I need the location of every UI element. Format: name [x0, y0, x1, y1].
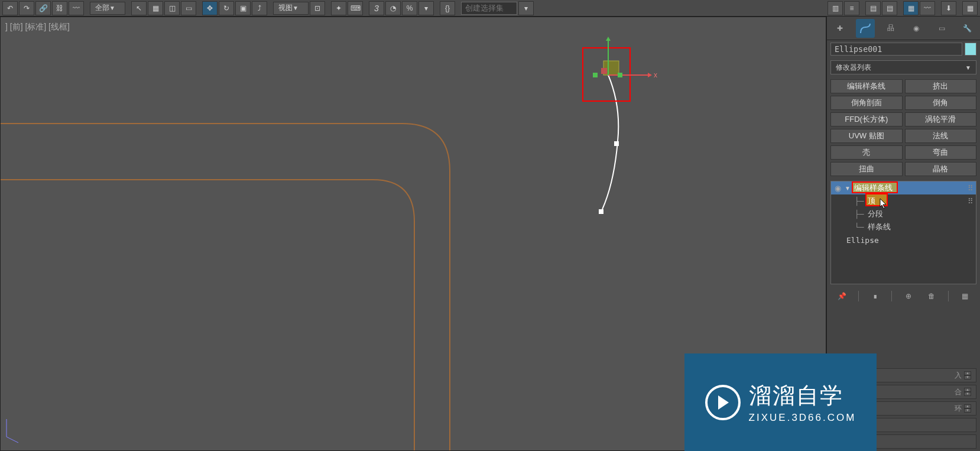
modifier-bevel-button[interactable]: 倒角 [905, 96, 977, 110]
stack-toolbar: 📌 ∎ ⊕ 🗑 ▦ [827, 287, 980, 306]
svg-marker-0 [648, 73, 652, 77]
create-tab[interactable]: ✚ [830, 19, 849, 38]
command-panel-tabs: ✚ 品 ◉ ▭ 🔧 [827, 17, 980, 40]
chevron-down-icon: ▼ [965, 64, 971, 71]
shape-inner [1, 180, 414, 450]
undo-button[interactable]: ↶ [2, 1, 18, 15]
manipulate-button[interactable]: ✦ [331, 1, 346, 15]
show-end-result-button[interactable]: ∎ [868, 289, 882, 303]
vertex-handle-right[interactable] [618, 73, 622, 77]
ref-coord-label: 视图 [278, 3, 293, 13]
world-axis-indicator [7, 419, 18, 443]
modifier-list-dropdown[interactable]: 修改器列表 ▼ [830, 60, 976, 74]
selection-filter-label: 全部 [95, 3, 109, 13]
vertex-selected[interactable] [601, 68, 607, 74]
align-button[interactable]: ≡ [844, 1, 859, 15]
unlink-button[interactable]: ⛓ [52, 1, 67, 15]
modifier-extrude-button[interactable]: 挤出 [905, 79, 977, 93]
modifier-ffd-button[interactable]: FFD(长方体) [830, 112, 903, 126]
modifier-shell-button[interactable]: 壳 [830, 145, 903, 160]
vertex-marker-2[interactable] [599, 209, 603, 214]
main-toolbar: ↶ ↷ 🔗 ⛓ 〰 全部 ▼ ↖ ▦ ◫ ▭ ✥ ↻ ▣ ⤴ 视图 ▼ ⊡ ✦ … [0, 0, 980, 17]
eye-icon: ◉ [835, 184, 841, 193]
vertex-handle-left[interactable] [593, 73, 598, 77]
percent-snap-button[interactable]: % [402, 1, 417, 15]
watermark-title: 溜溜自学 [749, 381, 856, 411]
svg-marker-4 [718, 395, 729, 410]
scene-explorer-button[interactable]: ▤ [865, 1, 881, 15]
render-setup-button[interactable]: ▦ [962, 1, 978, 15]
pivot-center-button[interactable]: ⊡ [310, 1, 325, 15]
play-icon [705, 385, 741, 420]
svg-marker-1 [606, 37, 611, 41]
snap-2d-button[interactable]: 3 [369, 1, 384, 15]
stack-sub-vertex[interactable]: ├─ 顶 ⠿ [831, 194, 976, 207]
selection-set-input[interactable] [461, 2, 517, 15]
toggle-ribbon-button[interactable]: ▦ [903, 1, 919, 15]
modifier-normal-button[interactable]: 法线 [905, 129, 977, 143]
bind-button[interactable]: 〰 [69, 1, 84, 15]
hierarchy-tab[interactable]: 品 [881, 19, 900, 38]
stack-options-icon[interactable]: ⠿ [968, 197, 973, 206]
expand-icon[interactable]: ▼ [845, 185, 851, 192]
curve-editor2-button[interactable]: 〰 [920, 1, 935, 15]
stack-options-icon[interactable]: ⠿ [968, 184, 973, 193]
ref-coord-dropdown[interactable]: 视图 ▼ [273, 2, 309, 15]
modifier-bend-button[interactable]: 弯曲 [905, 145, 977, 160]
stack-item-editspline[interactable]: ◉ ▼ 编辑样条线 ⠿ [831, 181, 976, 194]
stack-sub-segment[interactable]: ├─ 分段 [831, 207, 976, 220]
mirror-button[interactable]: ▥ [828, 1, 843, 15]
modifier-lattice-button[interactable]: 晶格 [905, 162, 977, 176]
material-editor-button[interactable]: ⬇ [941, 1, 956, 15]
utilities-tab[interactable]: 🔧 [958, 19, 976, 38]
curve-editor-button[interactable]: {} [440, 1, 455, 15]
modifier-bevel-profile-button[interactable]: 倒角剖面 [830, 96, 903, 110]
object-name-input[interactable] [830, 43, 962, 56]
modifier-buttons-grid: 编辑样条线 挤出 倒角剖面 倒角 FFD(长方体) 涡轮平滑 UVW 贴图 法线… [827, 77, 980, 179]
move-gizmo[interactable]: x [583, 37, 657, 101]
modifier-uvw-button[interactable]: UVW 贴图 [830, 129, 903, 143]
gizmo-x-label: x [654, 71, 657, 79]
select-move-button[interactable]: ✥ [202, 1, 218, 15]
remove-modifier-button[interactable]: 🗑 [924, 289, 939, 303]
shape-outer [1, 124, 450, 450]
spinner-snap-button[interactable]: ▾ [418, 1, 434, 15]
modifier-turbosmooth-button[interactable]: 涡轮平滑 [905, 112, 977, 126]
select-rotate-button[interactable]: ↻ [219, 1, 234, 15]
select-region-button[interactable]: ◫ [164, 1, 180, 15]
stack-sub-spline[interactable]: └─ 样条线 [831, 220, 976, 233]
select-scale-button[interactable]: ▣ [235, 1, 251, 15]
modifier-list-label: 修改器列表 [836, 63, 871, 73]
modifier-stack: ◉ ▼ 编辑样条线 ⠿ ├─ 顶 ⠿ ├─ 分段 [830, 181, 976, 284]
layer-explorer-button[interactable]: ▤ [882, 1, 897, 15]
make-unique-button[interactable]: ⊕ [901, 289, 916, 303]
select-place-button[interactable]: ⤴ [252, 1, 267, 15]
angle-snap-button[interactable]: ◔ [385, 1, 401, 15]
watermark-url: ZIXUE.3D66.COM [749, 412, 856, 424]
motion-tab[interactable]: ◉ [907, 19, 926, 38]
vertex-marker-1[interactable] [614, 141, 619, 146]
pin-stack-button[interactable]: 📌 [835, 289, 849, 303]
keyboard-shortcuts-button[interactable]: ⌨ [348, 1, 363, 15]
watermark-overlay: 溜溜自学 ZIXUE.3D66.COM [684, 353, 877, 451]
window-crossing-button[interactable]: ▭ [181, 1, 196, 15]
display-tab[interactable]: ▭ [932, 19, 951, 38]
svg-line-3 [7, 437, 18, 443]
configure-sets-button[interactable]: ▦ [958, 289, 972, 303]
modify-tab[interactable] [856, 19, 875, 38]
stack-item-base[interactable]: Ellipse [831, 233, 976, 246]
select-by-name-button[interactable]: ▦ [148, 1, 163, 15]
modifier-twist-button[interactable]: 扭曲 [830, 162, 903, 176]
redo-button[interactable]: ↷ [19, 1, 34, 15]
selection-set-dropdown-button[interactable]: ▾ [518, 1, 534, 15]
modifier-edit-spline-button[interactable]: 编辑样条线 [830, 79, 903, 93]
object-color-swatch[interactable] [965, 43, 976, 56]
select-object-button[interactable]: ↖ [131, 1, 147, 15]
selection-filter-dropdown[interactable]: 全部 ▼ [90, 2, 125, 15]
link-button[interactable]: 🔗 [35, 1, 51, 15]
